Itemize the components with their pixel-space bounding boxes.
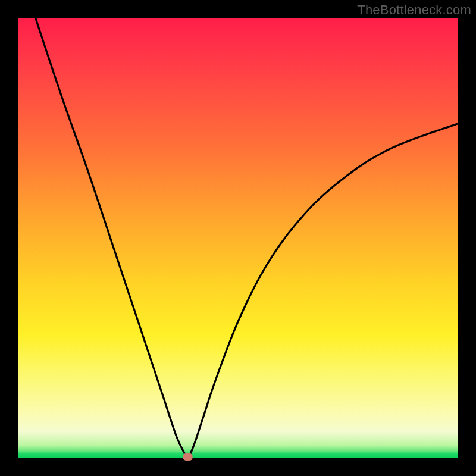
curve-path [36, 18, 458, 459]
watermark-text: TheBottleneck.com [357, 2, 471, 18]
bottleneck-curve [18, 18, 458, 458]
minimum-marker [183, 453, 193, 461]
plot-background [18, 18, 458, 458]
chart-frame: TheBottleneck.com [0, 0, 476, 476]
